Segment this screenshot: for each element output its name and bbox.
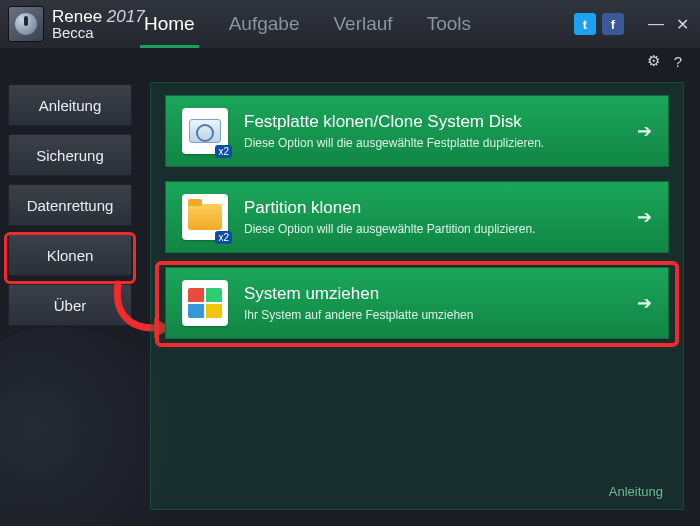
sidebar-item-klonen[interactable]: Klonen [8, 234, 132, 276]
disk-icon: x2 [182, 108, 228, 154]
folder-icon: x2 [182, 194, 228, 240]
card-title: System umziehen [244, 284, 637, 304]
brand-sub: Becca [52, 25, 145, 40]
sidebar-item-label: Klonen [47, 247, 94, 264]
content-panel: x2 Festplatte klonen/Clone System Disk D… [150, 82, 684, 510]
card-system-migrate[interactable]: System umziehen Ihr System auf andere Fe… [165, 267, 669, 339]
sidebar-item-datenrettung[interactable]: Datenrettung [8, 184, 132, 226]
brand-year: 2017 [107, 7, 145, 26]
card-title: Festplatte klonen/Clone System Disk [244, 112, 637, 132]
top-nav: Home Aufgabe Verlauf Tools [140, 7, 475, 48]
tab-tools[interactable]: Tools [423, 7, 475, 48]
tab-aufgabe[interactable]: Aufgabe [225, 7, 304, 48]
card-clone-partition[interactable]: x2 Partition klonen Diese Option will di… [165, 181, 669, 253]
sidebar-item-label: Anleitung [39, 97, 102, 114]
app-brand: Renee 2017 Becca [52, 8, 145, 40]
sub-toolbar: ⚙ ? [0, 48, 700, 74]
icon-badge: x2 [215, 231, 232, 244]
arrow-right-icon: ➔ [637, 206, 652, 228]
card-desc: Diese Option will die ausgewählte Partit… [244, 222, 637, 236]
tab-home[interactable]: Home [140, 7, 199, 48]
window-controls: t f — ✕ [574, 13, 692, 35]
card-desc: Diese Option will die ausgewählte Festpl… [244, 136, 637, 150]
arrow-right-icon: ➔ [637, 292, 652, 314]
sidebar-item-sicherung[interactable]: Sicherung [8, 134, 132, 176]
facebook-icon[interactable]: f [602, 13, 624, 35]
app-logo-icon [8, 6, 44, 42]
close-button[interactable]: ✕ [672, 15, 692, 34]
tab-verlauf[interactable]: Verlauf [329, 7, 396, 48]
icon-badge: x2 [215, 145, 232, 158]
sidebar-item-label: Datenrettung [27, 197, 114, 214]
sidebar-item-ueber[interactable]: Über [8, 284, 132, 326]
titlebar: Renee 2017 Becca Home Aufgabe Verlauf To… [0, 0, 700, 48]
sidebar-item-anleitung[interactable]: Anleitung [8, 84, 132, 126]
arrow-right-icon: ➔ [637, 120, 652, 142]
sidebar-item-label: Über [54, 297, 87, 314]
card-clone-disk[interactable]: x2 Festplatte klonen/Clone System Disk D… [165, 95, 669, 167]
card-desc: Ihr System auf andere Festplatte umziehe… [244, 308, 637, 322]
gear-icon[interactable]: ⚙ [647, 52, 660, 70]
main-body: Anleitung Sicherung Datenrettung Klonen … [0, 74, 700, 526]
twitter-icon[interactable]: t [574, 13, 596, 35]
sidebar-item-label: Sicherung [36, 147, 104, 164]
card-title: Partition klonen [244, 198, 637, 218]
sidebar: Anleitung Sicherung Datenrettung Klonen … [0, 74, 140, 526]
minimize-button[interactable]: — [646, 15, 666, 33]
help-icon[interactable]: ? [674, 53, 682, 70]
windows-icon [182, 280, 228, 326]
footer-link-anleitung[interactable]: Anleitung [609, 484, 663, 499]
